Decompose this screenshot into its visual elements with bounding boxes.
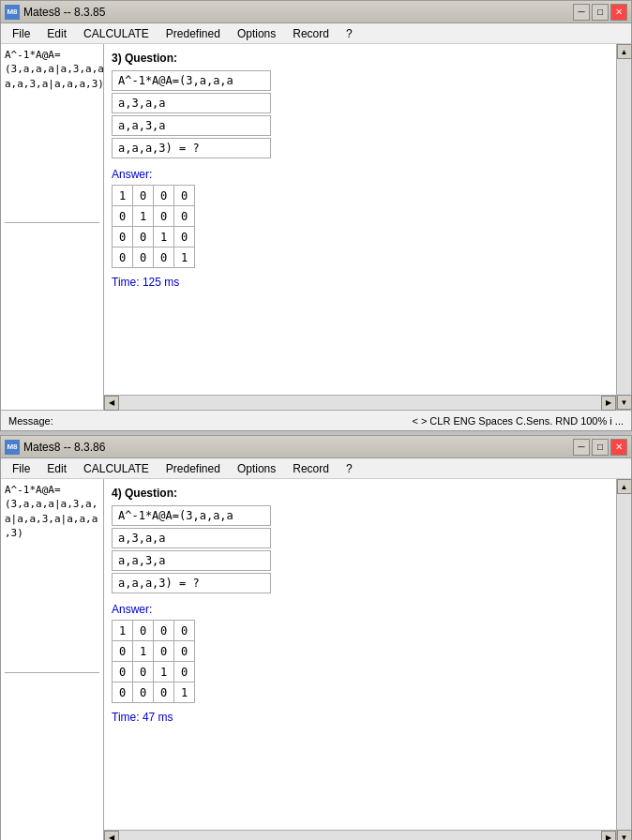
matrix-cell-1-2-0: 0	[113, 227, 133, 248]
matrix-cell-2-2-0: 0	[113, 662, 133, 682]
statusbar-controls-1: < > CLR ENG Spaces C.Sens. RND 100% i ..…	[412, 415, 624, 427]
menu-edit-2[interactable]: Edit	[39, 460, 74, 477]
scroll-left-btn-2[interactable]: ◀	[104, 831, 119, 841]
matrix-cell-1-3-1: 0	[133, 248, 154, 268]
left-panel-2: A^-1*A@A= (3,a,a,a|a,3,a, a|a,a,3,a|a,a,…	[1, 479, 104, 840]
maximize-button-1[interactable]: □	[592, 4, 609, 21]
matrix-cell-1-2-1: 0	[133, 227, 154, 248]
matrix-cell-2-2-1: 0	[133, 662, 154, 682]
left-divider-2	[5, 672, 99, 673]
right-panel-2: 4) Question: A^-1*A@A=(3,a,a,a a,3,a,a a…	[104, 479, 616, 830]
matrix-cell-2-2-3: 0	[174, 662, 195, 682]
menu-edit-1[interactable]: Edit	[39, 25, 74, 42]
scroll-up-btn-1[interactable]: ▲	[617, 44, 632, 59]
matrix-cell-2-1-3: 0	[174, 641, 195, 662]
titlebar-left-1: M8 Mates8 -- 8.3.85	[5, 5, 105, 20]
scroll-h-track-2[interactable]	[119, 831, 601, 840]
close-button-2[interactable]: ✕	[610, 439, 627, 456]
matrix-cell-1-2-3: 0	[174, 227, 195, 248]
matrix-cell-1-1-3: 0	[174, 206, 195, 227]
matrix-row-1-1: 0 1 0 0	[113, 206, 195, 227]
matrix-cell-1-0-0: 1	[113, 186, 133, 206]
matrix-row-1-2: 0 0 1 0	[113, 227, 195, 248]
question-line-2-3: a,a,a,3) = ?	[112, 573, 271, 593]
matrix-cell-2-0-1: 0	[133, 621, 154, 641]
close-button-1[interactable]: ✕	[610, 4, 627, 21]
matrix-cell-2-0-2: 0	[154, 621, 174, 641]
matrix-cell-1-2-2: 1	[154, 227, 174, 248]
minimize-button-2[interactable]: ─	[573, 439, 590, 456]
scroll-h-track-1[interactable]	[119, 396, 601, 410]
matrix-cell-2-1-0: 0	[113, 641, 133, 662]
titlebar-buttons-1: ─ □ ✕	[573, 4, 627, 21]
scroll-v-track-2[interactable]	[617, 494, 631, 830]
statusbar-1: Message: < > CLR ENG Spaces C.Sens. RND …	[1, 410, 631, 430]
menu-record-1[interactable]: Record	[285, 25, 337, 42]
question-line-2-0: A^-1*A@A=(3,a,a,a	[112, 505, 271, 526]
matrix-table-2: 1 0 0 0 0 1 0 0 0 0	[112, 620, 195, 703]
matrix-cell-2-2-2: 1	[154, 662, 174, 682]
maximize-button-2[interactable]: □	[592, 439, 609, 456]
matrix-cell-1-0-3: 0	[174, 186, 195, 206]
question-line-2-2: a,a,3,a	[112, 550, 271, 571]
scroll-v-track-1[interactable]	[617, 59, 631, 395]
matrix-cell-1-3-0: 0	[113, 248, 133, 268]
matrix-cell-2-3-3: 1	[174, 682, 195, 703]
matrix-row-2-3: 0 0 0 1	[113, 682, 195, 703]
right-with-scrollbar-2: 4) Question: A^-1*A@A=(3,a,a,a a,3,a,a a…	[104, 479, 616, 840]
scroll-up-btn-2[interactable]: ▲	[617, 479, 632, 494]
matrix-row-2-1: 0 1 0 0	[113, 641, 195, 662]
titlebar-1: M8 Mates8 -- 8.3.85 ─ □ ✕	[1, 1, 631, 23]
menubar-1: File Edit CALCULATE Predefined Options R…	[1, 23, 631, 44]
menu-options-1[interactable]: Options	[230, 25, 283, 42]
menu-options-2[interactable]: Options	[230, 460, 283, 477]
left-divider-1	[5, 222, 99, 223]
matrix-row-1-3: 0 0 0 1	[113, 248, 195, 268]
menu-file-2[interactable]: File	[5, 460, 38, 477]
matrix-cell-2-3-2: 0	[154, 682, 174, 703]
question-number-1: 3) Question:	[112, 52, 609, 65]
matrix-cell-1-3-3: 1	[174, 248, 195, 268]
scroll-right-btn-1[interactable]: ▶	[601, 396, 616, 411]
window-title-1: Mates8 -- 8.3.85	[23, 6, 105, 19]
menu-record-2[interactable]: Record	[285, 460, 337, 477]
right-panel-1: 3) Question: A^-1*A@A=(3,a,a,a a,3,a,a a…	[104, 44, 616, 395]
scrollbar-h-1[interactable]: ◀ ▶	[104, 395, 616, 410]
answer-label-2: Answer:	[112, 603, 609, 616]
menu-file-1[interactable]: File	[5, 25, 38, 42]
menu-calculate-1[interactable]: CALCULATE	[76, 25, 157, 42]
left-panel-text-1: A^-1*A@A= (3,a,a,a|a,3,a,a| a,a,3,a|a,a,…	[5, 48, 99, 91]
menu-predefined-2[interactable]: Predefined	[158, 460, 228, 477]
menu-help-2[interactable]: ?	[339, 460, 360, 477]
scrollbar-v-2[interactable]: ▲ ▼	[616, 479, 631, 840]
app-icon-1: M8	[5, 5, 20, 20]
matrix-row-2-0: 1 0 0 0	[113, 621, 195, 641]
scroll-down-btn-1[interactable]: ▼	[617, 395, 632, 410]
menu-predefined-1[interactable]: Predefined	[158, 25, 228, 42]
content-area-2: A^-1*A@A= (3,a,a,a|a,3,a, a|a,a,3,a|a,a,…	[1, 479, 631, 840]
matrix-cell-1-1-2: 0	[154, 206, 174, 227]
matrix-cell-1-1-0: 0	[113, 206, 133, 227]
time-text-2: Time: 47 ms	[112, 711, 609, 724]
menu-calculate-2[interactable]: CALCULATE	[76, 460, 157, 477]
scroll-down-btn-2[interactable]: ▼	[617, 830, 632, 840]
question-line-1-1: a,3,a,a	[112, 93, 271, 113]
left-panel-1: A^-1*A@A= (3,a,a,a|a,3,a,a| a,a,3,a|a,a,…	[1, 44, 104, 410]
menu-help-1[interactable]: ?	[339, 25, 360, 42]
scrollbar-h-2[interactable]: ◀ ▶	[104, 830, 616, 840]
left-panel-text-2: A^-1*A@A= (3,a,a,a|a,3,a, a|a,a,3,a|a,a,…	[5, 483, 99, 541]
minimize-button-1[interactable]: ─	[573, 4, 590, 21]
app-icon-2: M8	[5, 440, 20, 455]
titlebar-buttons-2: ─ □ ✕	[573, 439, 627, 456]
scroll-left-btn-1[interactable]: ◀	[104, 396, 119, 411]
scrollbar-v-1[interactable]: ▲ ▼	[616, 44, 631, 410]
matrix-cell-2-0-3: 0	[174, 621, 195, 641]
window-2: M8 Mates8 -- 8.3.86 ─ □ ✕ File Edit CALC…	[0, 435, 632, 840]
time-text-1: Time: 125 ms	[112, 276, 609, 289]
answer-label-1: Answer:	[112, 168, 609, 181]
matrix-cell-1-0-1: 0	[133, 186, 154, 206]
statusbar-message-1: Message:	[8, 415, 53, 427]
scroll-right-btn-2[interactable]: ▶	[601, 831, 616, 841]
matrix-cell-2-1-1: 1	[133, 641, 154, 662]
window-title-2: Mates8 -- 8.3.86	[23, 441, 105, 454]
